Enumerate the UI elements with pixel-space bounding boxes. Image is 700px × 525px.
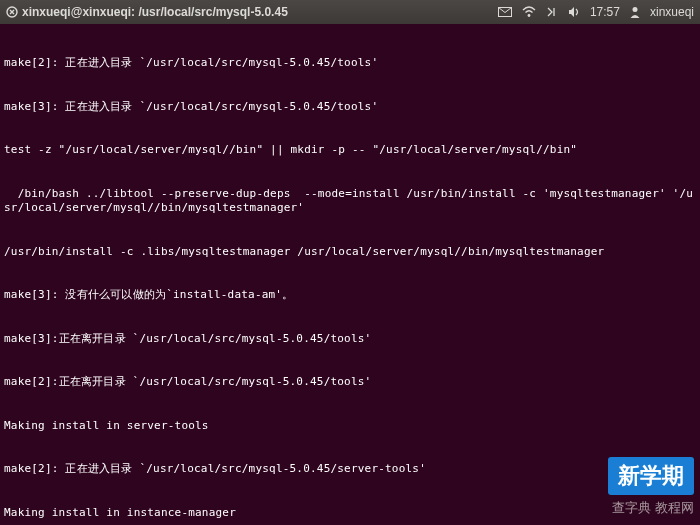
watermark-sub: 查字典 教程网 [608, 499, 694, 517]
letter-icon[interactable] [498, 7, 512, 17]
clock[interactable]: 17:57 [590, 5, 620, 19]
system-tray: 17:57 xinxueqi [498, 5, 694, 19]
terminal-line: make[2]:正在离开目录 `/usr/local/src/mysql-5.0… [4, 375, 696, 390]
volume-icon[interactable] [568, 6, 580, 18]
wifi-icon[interactable] [522, 6, 536, 18]
terminal-line: test -z "/usr/local/server/mysql//bin" |… [4, 143, 696, 158]
person-icon[interactable] [630, 6, 640, 18]
control-icon[interactable] [546, 6, 558, 18]
watermark-overlay: 新学期 查字典 教程网 [608, 457, 694, 517]
terminal-line: make[3]:正在离开目录 `/usr/local/src/mysql-5.0… [4, 332, 696, 347]
terminal-line: Making install in server-tools [4, 419, 696, 434]
terminal-line: make[3]: 没有什么可以做的为`install-data-am'。 [4, 288, 696, 303]
terminal-line: Making install in instance-manager [4, 506, 696, 521]
terminal-line: make[2]: 正在进入目录 `/usr/local/src/mysql-5.… [4, 462, 696, 477]
watermark-brand: 新学期 [608, 457, 694, 495]
close-icon[interactable] [6, 6, 18, 18]
svg-point-2 [528, 14, 531, 17]
svg-point-3 [632, 7, 637, 12]
window-title-text: xinxueqi@xinxueqi: /usr/local/src/mysql-… [22, 5, 288, 19]
username[interactable]: xinxueqi [650, 5, 694, 19]
terminal-line: /bin/bash ../libtool --preserve-dup-deps… [4, 187, 696, 216]
window-title: xinxueqi@xinxueqi: /usr/local/src/mysql-… [6, 5, 288, 19]
terminal-line: /usr/bin/install -c .libs/mysqltestmanag… [4, 245, 696, 260]
terminal-line: make[3]: 正在进入目录 `/usr/local/src/mysql-5.… [4, 100, 696, 115]
system-menubar: xinxueqi@xinxueqi: /usr/local/src/mysql-… [0, 0, 700, 24]
terminal-output[interactable]: make[2]: 正在进入目录 `/usr/local/src/mysql-5.… [0, 24, 700, 525]
terminal-line: make[2]: 正在进入目录 `/usr/local/src/mysql-5.… [4, 56, 696, 71]
